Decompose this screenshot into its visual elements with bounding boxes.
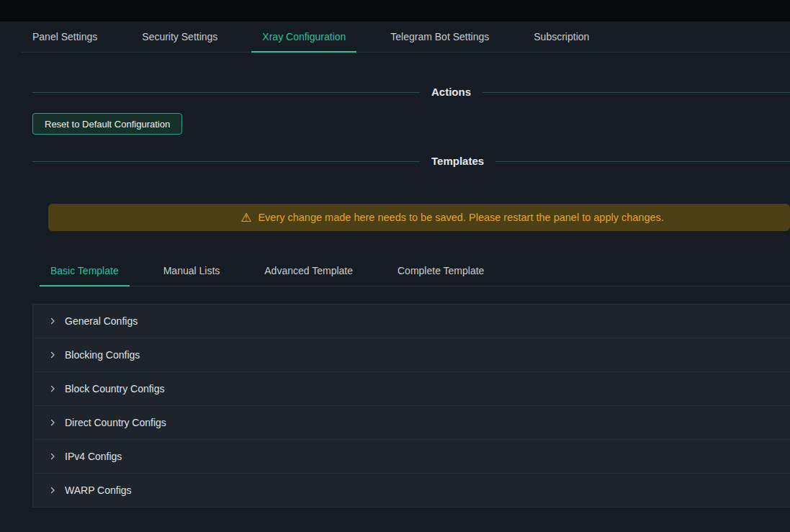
accordion-item-label: Direct Country Configs bbox=[65, 417, 166, 428]
accordion-item-label: WARP Configs bbox=[65, 484, 132, 496]
divider-line-right bbox=[482, 92, 790, 93]
warning-banner: ⚠ Every change made here needs to be sav… bbox=[48, 204, 790, 231]
template-tabs: Basic Template Manual Lists Advanced Tem… bbox=[40, 256, 790, 287]
accordion-item-warp-configs[interactable]: WARP Configs bbox=[33, 474, 790, 507]
tab-complete-template[interactable]: Complete Template bbox=[387, 256, 495, 286]
tab-subscription[interactable]: Subscription bbox=[523, 22, 600, 52]
accordion-item-ipv4-configs[interactable]: IPv4 Configs bbox=[33, 440, 790, 474]
accordion-item-label: General Configs bbox=[65, 315, 138, 327]
accordion-item-general-configs[interactable]: General Configs bbox=[33, 305, 790, 338]
divider-line-right bbox=[495, 161, 790, 162]
main-tabs: Panel Settings Security Settings Xray Co… bbox=[22, 22, 790, 53]
accordion-item-label: IPv4 Configs bbox=[65, 451, 122, 462]
actions-section-title: Actions bbox=[431, 84, 471, 100]
tab-telegram-bot-settings[interactable]: Telegram Bot Settings bbox=[380, 22, 500, 52]
chevron-right-icon bbox=[48, 486, 57, 495]
chevron-right-icon bbox=[48, 351, 57, 359]
templates-section-title: Templates bbox=[431, 153, 484, 169]
warning-banner-text: Every change made here needs to be saved… bbox=[258, 212, 663, 223]
divider-line-left bbox=[32, 92, 420, 93]
top-bar bbox=[0, 0, 790, 22]
accordion-item-direct-country-configs[interactable]: Direct Country Configs bbox=[33, 406, 790, 440]
warning-triangle-icon: ⚠ bbox=[241, 212, 251, 224]
tab-advanced-template[interactable]: Advanced Template bbox=[253, 256, 364, 286]
tab-panel-settings[interactable]: Panel Settings bbox=[22, 22, 108, 52]
accordion-item-label: Block Country Configs bbox=[65, 383, 165, 395]
accordion-item-blocking-configs[interactable]: Blocking Configs bbox=[33, 338, 790, 372]
accordion-item-block-country-configs[interactable]: Block Country Configs bbox=[33, 372, 790, 406]
tab-basic-template[interactable]: Basic Template bbox=[40, 256, 130, 286]
tab-security-settings[interactable]: Security Settings bbox=[131, 22, 228, 52]
templates-divider: Templates bbox=[32, 153, 790, 169]
settings-page: Panel Settings Security Settings Xray Co… bbox=[0, 22, 790, 508]
reset-to-default-button[interactable]: Reset to Default Configuration bbox=[32, 113, 182, 135]
actions-divider: Actions bbox=[32, 84, 790, 100]
tab-manual-lists[interactable]: Manual Lists bbox=[153, 256, 231, 286]
chevron-right-icon bbox=[48, 452, 57, 461]
chevron-right-icon bbox=[48, 418, 57, 427]
chevron-right-icon bbox=[48, 317, 57, 325]
chevron-right-icon bbox=[48, 384, 57, 393]
accordion-item-label: Blocking Configs bbox=[65, 349, 140, 361]
divider-line-left bbox=[32, 161, 420, 162]
template-accordion: General Configs Blocking Configs Block C… bbox=[32, 304, 790, 508]
tab-xray-configuration[interactable]: Xray Configuration bbox=[251, 22, 356, 52]
